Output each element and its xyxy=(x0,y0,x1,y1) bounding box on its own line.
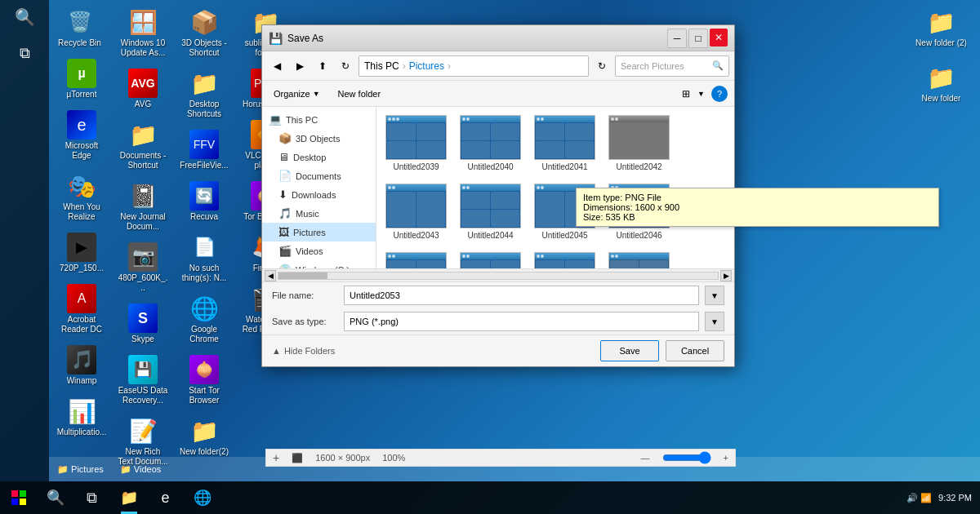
desktop-icon-documents[interactable]: 📁 Documents - Shortcut xyxy=(114,117,172,174)
nav-item-music[interactable]: 🎵 Music xyxy=(262,204,376,223)
nav-item-this-pc[interactable]: 💻 This PC xyxy=(262,110,376,129)
desktop-icon-skype[interactable]: S Skype xyxy=(114,300,172,348)
file-item-untitled2048[interactable]: Untitled2048 xyxy=(456,249,525,268)
desktop-icons-area: 🗑️ Recycle Bin µ µTorrent e Microsoft Ed… xyxy=(53,4,257,477)
file-item-untitled2043[interactable]: Untitled2043 xyxy=(381,180,451,244)
desktop-icon-720p[interactable]: ▶ 720P_150... xyxy=(53,229,110,277)
desktop-icon-tor-browser-start[interactable]: 🧅 Start Tor Browser xyxy=(176,352,233,409)
file-item-untitled2041[interactable]: Untitled2041 xyxy=(530,112,599,175)
maximize-button[interactable]: □ xyxy=(688,29,708,48)
close-button[interactable]: ✕ xyxy=(710,29,728,47)
right-desktop-icons: 📁 New folder (2) 📁 New folder xyxy=(911,4,976,107)
filename-label: File name: xyxy=(272,290,337,300)
cancel-button[interactable]: Cancel xyxy=(666,340,724,361)
desktop-icon-multiplicatio[interactable]: 📊 Multiplicatio... xyxy=(53,393,110,441)
breadcrumb[interactable]: This PC › Pictures › xyxy=(359,55,589,77)
file-grid: Untitled2039 Untitled2040 Untitled2041 U… xyxy=(381,112,729,268)
desktop-icon-journal[interactable]: 📓 New Journal Docum... xyxy=(114,178,172,235)
desktop-icon-winamp[interactable]: 🎵 Winamp xyxy=(53,342,110,389)
taskbar-taskview[interactable]: ⧉ xyxy=(74,481,110,514)
desktop-icon-recycle-bin[interactable]: 🗑️ Recycle Bin xyxy=(53,4,106,51)
status-add-btn[interactable]: + xyxy=(273,451,279,464)
forward-button[interactable]: ▶ xyxy=(290,56,310,76)
nav-item-downloads[interactable]: ⬇ Downloads xyxy=(262,185,376,204)
new-folder-button[interactable]: New folder xyxy=(332,86,388,101)
back-button[interactable]: ◀ xyxy=(267,56,287,76)
scroll-right-button[interactable]: ▶ xyxy=(720,270,732,281)
nav-item-desktop[interactable]: 🖥 Desktop xyxy=(262,148,376,166)
desktop-icon-480p[interactable]: 📷 480P_600K_... xyxy=(114,239,172,296)
search-bar[interactable]: Search Pictures 🔍 xyxy=(615,55,729,77)
file-item-untitled2039[interactable]: Untitled2039 xyxy=(381,112,451,175)
desktop-icon-edge[interactable]: e Microsoft Edge xyxy=(53,107,110,164)
desktop-icon-easeus[interactable]: 💾 EaseUS Data Recovery... xyxy=(114,352,172,409)
sidebar-item-search[interactable]: 🔍 xyxy=(4,4,45,30)
refresh-path-button[interactable]: ↻ xyxy=(592,56,612,76)
desktop-icon-when-you-realize[interactable]: 🎭 When You Realize xyxy=(53,168,110,225)
dialog-navbar: ◀ ▶ ⬆ ↻ This PC › Pictures › ↻ Search Pi… xyxy=(262,51,734,81)
status-dimensions: 1600 × 900px xyxy=(315,453,370,463)
desktop-icon-richtext[interactable]: 📝 New Rich Text Docum... xyxy=(114,413,172,470)
taskbar-time: 9:32 PM xyxy=(938,493,972,503)
nav-item-pictures[interactable]: 🖼 Pictures xyxy=(262,223,376,241)
taskbar-search[interactable]: 🔍 xyxy=(37,481,74,514)
file-area[interactable]: Untitled2039 Untitled2040 Untitled2041 U… xyxy=(376,107,734,268)
filetype-dropdown-arrow[interactable]: ▼ xyxy=(705,312,724,331)
nav-item-documents[interactable]: 📄 Documents xyxy=(262,166,376,185)
nav-item-3d-objects[interactable]: 📦 3D Objects xyxy=(262,129,376,148)
desktop-icon-acrobat[interactable]: A Acrobat Reader DC xyxy=(53,281,110,338)
desktop-icon-3d-objects[interactable]: 📦 3D Objects - Shortcut xyxy=(176,4,233,61)
view-button[interactable]: ⊞ xyxy=(676,84,696,104)
file-item-untitled2040[interactable]: Untitled2040 xyxy=(456,112,525,175)
save-button[interactable]: Save xyxy=(600,340,659,361)
view-dropdown-icon[interactable]: ▼ xyxy=(697,90,705,98)
nav-item-videos[interactable]: 🎬 Videos xyxy=(262,241,376,260)
filename-dropdown-arrow[interactable]: ▼ xyxy=(705,286,724,305)
svg-rect-1 xyxy=(20,490,26,497)
status-zoom: 100% xyxy=(382,453,405,463)
desktop-icon-desktop-shortcuts[interactable]: 📁 Desktop Shortcuts xyxy=(176,65,233,122)
organize-button[interactable]: Organize ▼ xyxy=(269,86,325,101)
file-item-untitled2049[interactable]: Untitled2049 xyxy=(530,249,599,268)
file-item-untitled2047[interactable]: Untitled2047 xyxy=(381,249,451,268)
tooltip-size: Size: 535 KB xyxy=(583,212,734,222)
desktop-icon-avg[interactable]: AVG AVG xyxy=(114,65,172,113)
up-button[interactable]: ⬆ xyxy=(313,56,332,76)
file-item-untitled2044[interactable]: Untitled2044 xyxy=(456,180,525,244)
file-item-untitled2050[interactable]: Untitled2050 xyxy=(604,249,674,268)
taskbar-fileexplorer[interactable]: 📁 xyxy=(110,481,147,514)
scroll-left-button[interactable]: ◀ xyxy=(265,270,276,281)
sidebar-item-task-view[interactable]: ⧉ xyxy=(4,42,45,65)
dialog-action-buttons: Save Cancel xyxy=(600,340,724,361)
nav-item-windows-c[interactable]: 💿 Windows (C:) xyxy=(262,260,376,268)
filename-row: File name: ▼ xyxy=(262,282,734,308)
start-button[interactable] xyxy=(0,481,37,514)
taskbar-chrome[interactable]: 🌐 xyxy=(184,481,220,514)
scroll-track[interactable] xyxy=(278,272,719,280)
desktop-icon-chrome[interactable]: 🌐 Google Chrome xyxy=(176,290,233,348)
inner-status-bar: + ⬛ 1600 × 900px 100% — + xyxy=(265,449,736,467)
desktop-icon-windows-update[interactable]: 🪟 Windows 10 Update As... xyxy=(114,4,172,61)
dialog-actions-bar: Organize ▼ New folder ⊞ ▼ ? xyxy=(262,81,734,107)
minimize-button[interactable]: ─ xyxy=(667,29,687,48)
help-button[interactable]: ? xyxy=(711,86,728,102)
file-item-untitled2042[interactable]: Untitled2042 xyxy=(604,112,674,175)
horizontal-scrollbar[interactable]: ◀ ▶ xyxy=(262,268,734,281)
desktop-icon-freefileview[interactable]: FFV FreeFileVie... xyxy=(176,126,233,174)
scroll-thumb[interactable] xyxy=(278,273,327,279)
hide-folders-button[interactable]: ▲ Hide Folders xyxy=(272,346,335,356)
dialog-body: 💻 This PC 📦 3D Objects 🖥 Desktop 📄 Docum… xyxy=(262,107,734,268)
zoom-slider[interactable] xyxy=(662,451,711,464)
desktop-icon-utorrent[interactable]: µ µTorrent xyxy=(53,55,110,103)
desktop-icon-new-folder-right2[interactable]: 📁 New folder xyxy=(911,60,972,107)
taskbar: 🔍 ⧉ 📁 e 🌐 🔊 📶 9:32 PM xyxy=(0,481,980,514)
taskbar-edge[interactable]: e xyxy=(147,481,184,514)
desktop-icon-recuva[interactable]: 🔄 Recuva xyxy=(176,178,233,225)
filetype-select[interactable]: PNG (*.png) JPEG (*.jpg) BMP (*.bmp) xyxy=(344,312,699,331)
desktop-icon-new-folder2[interactable]: 📁 New folder(2) xyxy=(176,413,233,460)
filename-input[interactable] xyxy=(344,286,699,305)
desktop-icon-new-folder-right1[interactable]: 📁 New folder (2) xyxy=(911,4,972,51)
desktop-icon-no-such-thing[interactable]: 📄 No such thing(s): N... xyxy=(176,229,233,286)
refresh-button[interactable]: ↻ xyxy=(336,56,355,76)
nav-pane: 💻 This PC 📦 3D Objects 🖥 Desktop 📄 Docum… xyxy=(262,107,376,268)
